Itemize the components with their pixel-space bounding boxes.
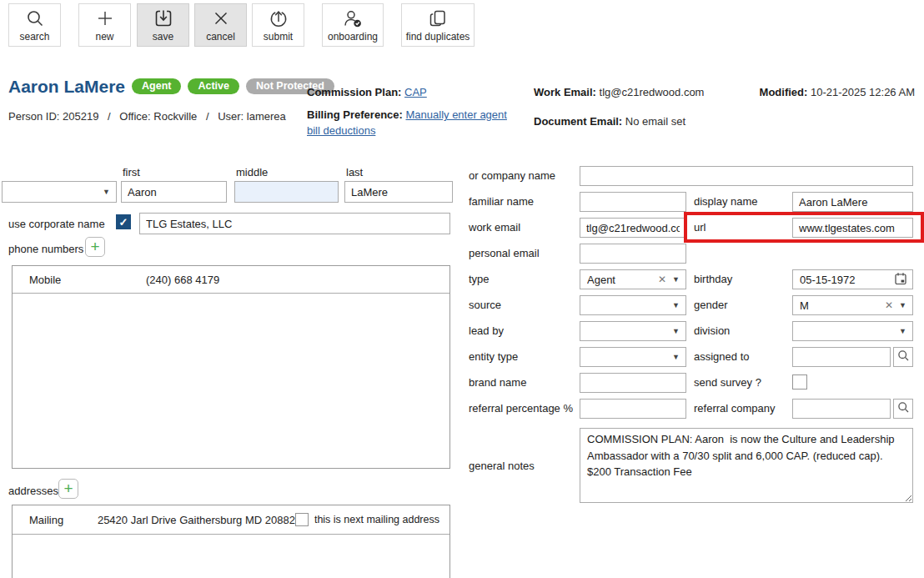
addresses-table: Mailing 25420 Jarl Drive Gaithersburg MD… xyxy=(12,505,450,578)
work-email-value: tlg@c21redwood.com xyxy=(600,86,705,98)
referral-company-lookup-button[interactable] xyxy=(893,399,913,419)
use-corporate-name-checkbox[interactable]: ✓ xyxy=(116,214,131,229)
agent-profile-page: search new save cancel submit onboarding xyxy=(0,0,924,578)
last-name-label: last xyxy=(346,166,363,178)
or-company-name-field[interactable] xyxy=(580,166,913,186)
next-mailing-group: this is next mailing address xyxy=(295,513,439,526)
cancel-icon xyxy=(211,8,231,32)
find-duplicates-button[interactable]: find duplicates xyxy=(401,3,475,47)
personal-email-field[interactable] xyxy=(580,244,686,264)
plus-icon xyxy=(95,8,115,32)
general-notes-textarea[interactable]: COMMISSION PLAN: Aaron is now the Cultur… xyxy=(580,428,913,503)
work-email-field[interactable] xyxy=(580,218,686,238)
chevron-down-icon[interactable]: ▼ xyxy=(103,188,110,196)
new-button-label: new xyxy=(95,32,113,42)
entity-type-select[interactable]: ▼ xyxy=(580,347,686,367)
onboarding-button-label: onboarding xyxy=(328,32,378,42)
chevron-down-icon[interactable]: ▼ xyxy=(899,302,906,309)
birthday-field[interactable]: 05-15-1972 xyxy=(792,269,913,289)
brand-name-field[interactable] xyxy=(580,373,686,393)
commission-plan-link[interactable]: CAP xyxy=(404,86,427,98)
assigned-to-label: assigned to xyxy=(694,350,750,363)
addresses-section-label: addresses xyxy=(8,485,58,497)
user-value: lamerea xyxy=(247,110,286,123)
header-name-row: Aaron LaMere Agent Active Not Protected xyxy=(8,78,334,95)
last-name-field[interactable] xyxy=(344,181,453,203)
middle-name-field[interactable] xyxy=(234,181,339,203)
onboarding-button[interactable]: onboarding xyxy=(322,3,384,47)
source-select[interactable]: ▼ xyxy=(580,295,686,315)
search-button-label: search xyxy=(19,32,49,42)
cancel-button[interactable]: cancel xyxy=(194,3,247,47)
calendar-icon[interactable] xyxy=(894,272,907,288)
address-row[interactable]: Mailing 25420 Jarl Drive Gaithersburg MD… xyxy=(13,505,449,535)
chevron-down-icon[interactable]: ▼ xyxy=(672,276,680,284)
next-mailing-label: this is next mailing address xyxy=(314,514,439,525)
submit-button[interactable]: submit xyxy=(252,3,304,47)
referral-company-field[interactable] xyxy=(792,399,891,419)
office-value: Rockville xyxy=(153,110,197,123)
referral-percentage-field[interactable] xyxy=(580,399,686,419)
work-email-line: Work Email: tlg@c21redwood.com xyxy=(534,84,704,100)
modified-label: Modified: xyxy=(760,86,808,98)
page-title: Aaron LaMere xyxy=(8,78,125,95)
commission-plan-line: Commission Plan: CAP xyxy=(307,84,427,100)
personal-email-label: personal email xyxy=(469,247,540,259)
person-meta-line: Person ID: 205219 / Office: Rockville / … xyxy=(8,108,286,124)
person-check-icon xyxy=(342,8,364,32)
search-button[interactable]: search xyxy=(8,3,61,47)
corporate-name-field[interactable] xyxy=(139,213,450,234)
familiar-name-field[interactable] xyxy=(580,192,686,212)
lead-by-select[interactable]: ▼ xyxy=(580,321,686,341)
find-duplicates-button-label: find duplicates xyxy=(406,32,470,42)
status-badge-agent: Agent xyxy=(132,78,181,95)
add-phone-button[interactable]: + xyxy=(85,237,105,257)
clear-icon[interactable]: ✕ xyxy=(658,274,666,284)
commission-plan-label: Commission Plan: xyxy=(307,86,401,98)
new-button[interactable]: new xyxy=(78,3,131,47)
type-select[interactable]: Agent ✕ ▼ xyxy=(580,269,686,289)
or-company-name-label: or company name xyxy=(469,169,555,182)
chevron-down-icon[interactable]: ▼ xyxy=(672,354,680,361)
assigned-to-field[interactable] xyxy=(792,347,891,367)
familiar-name-label: familiar name xyxy=(469,195,534,208)
next-mailing-checkbox[interactable] xyxy=(295,513,309,526)
gender-label: gender xyxy=(694,299,727,311)
chevron-down-icon[interactable]: ▼ xyxy=(672,328,680,335)
document-email-line: Document Email: No email set xyxy=(534,113,685,129)
work-email-field-label: work email xyxy=(469,221,520,234)
first-name-field[interactable] xyxy=(121,181,227,203)
separator: / xyxy=(206,110,209,123)
first-name-label: first xyxy=(123,166,140,178)
submit-button-label: submit xyxy=(264,32,293,42)
phone-row[interactable]: Mobile (240) 668 4179 xyxy=(13,266,449,294)
send-survey-checkbox[interactable] xyxy=(792,374,807,390)
division-label: division xyxy=(694,324,730,337)
clear-icon[interactable]: ✕ xyxy=(885,300,893,310)
person-id-label: Person ID: xyxy=(8,110,59,123)
birthday-label: birthday xyxy=(694,273,732,285)
work-email-label: Work Email: xyxy=(534,86,596,98)
chevron-down-icon[interactable]: ▼ xyxy=(672,302,680,309)
save-icon xyxy=(153,8,173,32)
modified-value: 10-21-2025 12:26 AM xyxy=(811,86,915,98)
url-field[interactable] xyxy=(792,218,913,238)
phone-number: (240) 668 4179 xyxy=(146,274,219,286)
save-button[interactable]: save xyxy=(137,3,189,47)
gender-value: M xyxy=(800,299,879,312)
address-value: 25420 Jarl Drive Gaithersburg MD 20882 xyxy=(98,514,295,526)
chevron-down-icon[interactable]: ▼ xyxy=(899,328,906,335)
assigned-to-lookup-button[interactable] xyxy=(893,347,913,367)
phone-type: Mobile xyxy=(29,274,129,286)
save-button-label: save xyxy=(153,32,173,42)
upload-icon xyxy=(269,8,289,32)
send-survey-label: send survey ? xyxy=(694,376,761,389)
gender-select[interactable]: M ✕ ▼ xyxy=(792,295,913,315)
url-label: url xyxy=(694,221,706,234)
display-name-field[interactable] xyxy=(792,192,913,212)
use-corporate-name-label: use corporate name xyxy=(8,218,105,230)
name-prefix-select[interactable]: ▼ xyxy=(2,181,117,203)
source-label: source xyxy=(469,299,501,311)
division-select[interactable]: ▼ xyxy=(792,321,913,341)
add-address-button[interactable]: + xyxy=(58,479,78,499)
